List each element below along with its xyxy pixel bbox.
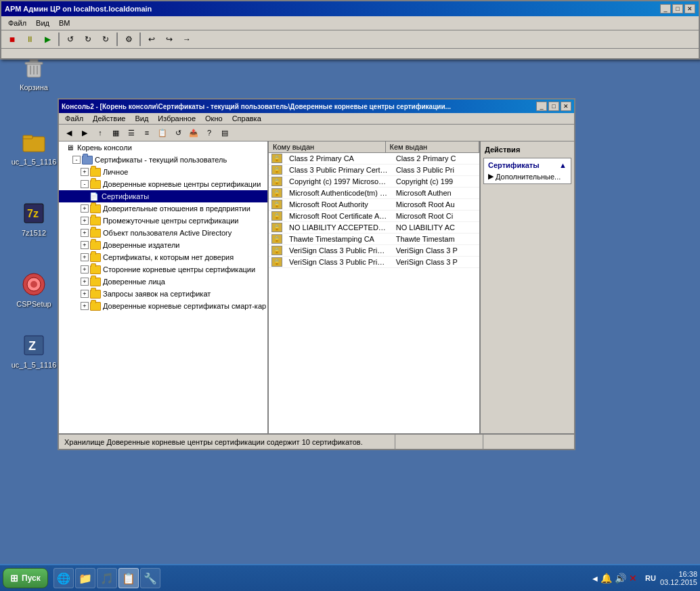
col-issued-by[interactable]: Кем выдан — [386, 141, 479, 152]
console-maximize[interactable]: □ — [548, 102, 559, 111]
desktop-icon-recycle[interactable]: Корзина — [10, 54, 58, 92]
tb-refresh3[interactable]: ↻ — [97, 32, 114, 47]
desktop-icon-7z[interactable]: 7z 7z1512 — [10, 200, 58, 238]
tree-intermediate[interactable]: + Промежуточные центры сертификации — [59, 215, 267, 227]
taskbar-clock[interactable]: 16:38 03.12.2015 — [660, 570, 697, 586]
actions-item-more[interactable]: ▶ Дополнительные... — [485, 171, 569, 182]
console-menu-view[interactable]: Вид — [131, 114, 152, 123]
tree-expand-requests[interactable]: + — [81, 290, 89, 298]
taskbar-explorer[interactable]: 📁 — [75, 568, 95, 588]
tree-trusted-people[interactable]: + Доверенные лица — [59, 276, 267, 288]
tree-trusted-root[interactable]: - Доверенные корневые центры сертификаци… — [59, 178, 267, 190]
tb-next[interactable]: → — [179, 32, 195, 47]
list-item[interactable]: 🔒 Microsoft Authenticode(tm) Root ... Mi… — [269, 188, 479, 199]
ctb-view2[interactable]: ☰ — [124, 126, 139, 139]
tree-certs-user[interactable]: - Сертификаты - текущий пользователь — [59, 154, 267, 166]
close-button[interactable]: ✕ — [684, 4, 695, 14]
taskbar-language[interactable]: RU — [645, 574, 656, 582]
console-menu-favorites[interactable]: Избранное — [154, 114, 199, 123]
tree-smartcard-root[interactable]: + Доверенные корневые сертификаты смарт-… — [59, 300, 267, 312]
start-button[interactable]: ⊞ Пуск — [3, 568, 48, 588]
console-menu-window[interactable]: Окно — [202, 114, 226, 123]
ctb-back[interactable]: ◀ — [62, 126, 76, 139]
ctb-grid[interactable]: ▤ — [217, 126, 232, 139]
tree-expand-trusted[interactable]: - — [81, 180, 89, 188]
taskbar-media[interactable]: 🎵 — [97, 568, 117, 588]
col-issued-to[interactable]: Кому выдан — [269, 141, 386, 152]
taskbar-active-app[interactable]: 📋 — [118, 568, 139, 588]
tray-arrow[interactable]: ◀ — [592, 575, 598, 582]
tb-play[interactable]: ▶ — [39, 32, 56, 47]
tree-certificates-selected[interactable]: 📄 Сертификаты — [59, 190, 267, 202]
list-item[interactable]: 🔒 VeriSign Class 3 Public Primary Cer...… — [269, 245, 479, 257]
console-close[interactable]: ✕ — [561, 102, 571, 111]
tree-expand-people[interactable]: + — [81, 278, 89, 286]
list-item[interactable]: 🔒 Class 3 Public Primary Certification..… — [269, 165, 479, 176]
menu-view[interactable]: Вид — [32, 18, 53, 28]
list-item[interactable]: 🔒 Microsoft Root Authority Microsoft Roo… — [269, 199, 479, 211]
tree-cert-requests[interactable]: + Запросы заявок на сертификат — [59, 288, 267, 300]
taskbar-tray: ◀ 🔔 🔊 ✕ — [588, 573, 641, 584]
tree-trusted-publishers[interactable]: + Доверенные издатели — [59, 239, 267, 251]
ctb-export[interactable]: 📤 — [186, 126, 201, 139]
tree-untrusted[interactable]: + Сертификаты, к которым нет доверия — [59, 251, 267, 263]
ctb-help[interactable]: ? — [202, 126, 217, 139]
tree-root[interactable]: 🖥 Корень консоли — [59, 141, 267, 154]
desktop-icon-z[interactable]: Z uc_1_5_1116 — [10, 332, 58, 370]
tb-back[interactable]: ↩ — [144, 32, 160, 47]
list-item[interactable]: 🔒 VeriSign Class 3 Public Primary Cer...… — [269, 257, 479, 268]
tree-personal[interactable]: + Личное — [59, 166, 267, 178]
cspsetup-icon — [20, 271, 47, 298]
console-menu-help[interactable]: Справка — [229, 114, 265, 123]
menu-vm[interactable]: ВМ — [55, 18, 74, 28]
tb-refresh2[interactable]: ↻ — [80, 32, 96, 47]
title-bar-buttons: _ □ ✕ — [660, 4, 695, 14]
minimize-button[interactable]: _ — [660, 4, 671, 14]
tree-expand-untrusted[interactable]: + — [81, 253, 89, 261]
taskbar-tools[interactable]: 🔧 — [140, 568, 160, 588]
ctb-view3[interactable]: ≡ — [139, 126, 154, 139]
tb-forward[interactable]: ↪ — [161, 32, 177, 47]
tree-expand-smartcard[interactable]: + — [81, 302, 89, 310]
desktop-icon-folder1[interactable]: uc_1_5_1116 — [10, 129, 58, 167]
list-item[interactable]: 🔒 Microsoft Root Certificate Authority M… — [269, 211, 479, 222]
tree-expand-enterprise[interactable]: + — [81, 204, 89, 213]
list-item[interactable]: 🔒 NO LIABILITY ACCEPTED, (c)97 V... NO L… — [269, 222, 479, 234]
menu-file[interactable]: Файл — [4, 18, 30, 28]
tb-sep2 — [116, 32, 118, 46]
console-menu-action[interactable]: Действие — [89, 114, 129, 123]
list-item[interactable]: 🔒 Thawte Timestamping CA Thawte Timestam — [269, 234, 479, 245]
console-menu-file[interactable]: Файл — [62, 114, 87, 123]
tree-expand-publishers[interactable]: + — [81, 241, 89, 249]
ctb-new[interactable]: 📋 — [155, 126, 170, 139]
tree-expand-intermediate[interactable]: + — [81, 217, 89, 225]
tb-settings[interactable]: ⚙ — [121, 32, 137, 47]
tree-third-party[interactable]: + Сторонние корневые центры сертификации — [59, 263, 267, 276]
maximize-button[interactable]: □ — [672, 4, 683, 14]
tree-people-label: Доверенные лица — [103, 278, 165, 286]
desktop-icon-cspsetup[interactable]: CSPSetup — [10, 271, 58, 309]
tree-expand-ad[interactable]: + — [81, 229, 89, 237]
console-minimize[interactable]: _ — [536, 102, 547, 111]
tree-ad-object[interactable]: + Объект пользователя Active Directory — [59, 227, 267, 239]
cert-name: NO LIABILITY ACCEPTED, (c)97 V... — [285, 223, 392, 232]
ctb-up[interactable]: ↑ — [93, 126, 108, 139]
tree-expand-third[interactable]: + — [81, 265, 89, 273]
ctb-view1[interactable]: ▦ — [108, 126, 123, 139]
list-item[interactable]: 🔒 Copyright (c) 1997 Microsoft Corp. Cop… — [269, 176, 479, 188]
console-window: Консоль2 - [Корень консоли\Сертификаты -… — [58, 98, 575, 450]
taskbar-ie[interactable]: 🌐 — [53, 568, 74, 588]
tb-pause[interactable]: ⏸ — [22, 32, 38, 47]
ctb-forward[interactable]: ▶ — [77, 126, 92, 139]
cert-icon: 🔒 — [271, 165, 282, 175]
tree-enterprise-trust[interactable]: + Доверительные отношения в предприятии — [59, 202, 267, 215]
tree-publishers-label: Доверенные издатели — [103, 241, 179, 249]
ad-object-icon — [90, 227, 101, 238]
tb-stop[interactable]: ■ — [4, 32, 20, 47]
tb-refresh1[interactable]: ↺ — [62, 32, 79, 47]
list-item[interactable]: 🔒 Class 2 Primary CA Class 2 Primary C — [269, 153, 479, 165]
tree-expand-personal[interactable]: + — [81, 168, 89, 176]
tree-expand-certs[interactable]: - — [72, 156, 81, 164]
actions-collapse-icon[interactable]: ▲ — [559, 161, 567, 169]
ctb-refresh[interactable]: ↺ — [171, 126, 185, 139]
